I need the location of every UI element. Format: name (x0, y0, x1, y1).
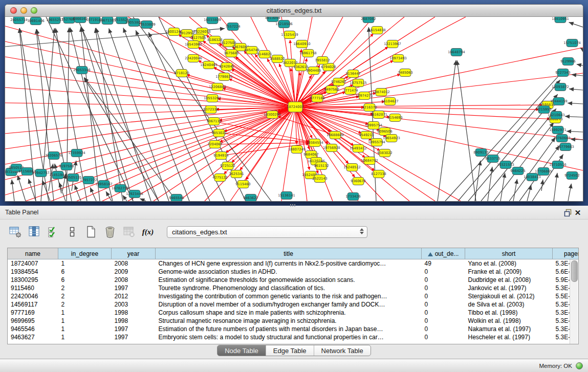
table-row[interactable]: 2242004622012Investigating the contribut… (8, 292, 579, 300)
graph-node[interactable]: 8813054 (265, 17, 280, 22)
graph-node[interactable]: 9360672 (351, 178, 365, 185)
graph-node[interactable]: 16033809 (204, 17, 221, 24)
graph-edge[interactable] (51, 107, 295, 201)
citation-graph[interactable]: 1872400716001245891295413226058912750516… (5, 17, 583, 202)
function-icon[interactable]: f(x) (141, 225, 155, 239)
graph-edge[interactable] (214, 121, 309, 142)
graph-edge[interactable] (554, 173, 559, 201)
graph-node[interactable]: 3216370 (362, 104, 377, 112)
graph-node[interactable]: 3675685 (224, 50, 238, 57)
close-panel-icon[interactable]: ✕ (573, 208, 583, 217)
graph-edge[interactable] (5, 26, 295, 107)
graph-edge[interactable] (5, 107, 295, 118)
graph-node[interactable]: 15751074 (563, 39, 581, 47)
table-row[interactable]: 977716911998Corpus callosum shape and si… (8, 309, 579, 317)
graph-node[interactable]: 24055714 (10, 17, 28, 24)
graph-node[interactable]: 9227343 (555, 69, 570, 77)
graph-node[interactable]: 10779663 (557, 143, 574, 151)
graph-node[interactable]: 9724502 (564, 172, 579, 180)
graph-edge[interactable] (569, 87, 583, 91)
graph-node[interactable]: 8909137 (473, 149, 488, 157)
graph-edge[interactable] (568, 184, 573, 201)
graph-edge[interactable] (580, 48, 583, 52)
graph-node[interactable]: 9853022 (211, 129, 226, 137)
graph-edge[interactable] (567, 129, 583, 134)
graph-edge[interactable] (445, 69, 565, 201)
graph-node[interactable]: 12206848 (209, 83, 226, 91)
column-header-year[interactable]: year (112, 248, 156, 259)
graph-node[interactable]: 9777169 (310, 95, 324, 102)
column-header-pagerank[interactable]: pagerank (553, 248, 579, 259)
scrollbar-thumb[interactable] (571, 260, 578, 282)
graph-node[interactable]: 16104627 (381, 98, 399, 105)
graph-edge[interactable] (74, 185, 81, 201)
graph-node[interactable]: 16648794 (448, 49, 465, 56)
graph-node[interactable]: 9115460 (235, 181, 250, 188)
graph-node[interactable]: 9242845 (219, 63, 234, 71)
column-header-title[interactable]: title (156, 248, 422, 259)
row-height-icon[interactable] (65, 225, 79, 239)
graph-node[interactable]: 19756928 (323, 144, 340, 152)
column-header-in_degree[interactable]: in_degree (58, 248, 112, 259)
graph-node[interactable]: 12093872 (552, 83, 569, 91)
graph-edge[interactable] (223, 87, 295, 107)
panel-resize-grip[interactable] (290, 204, 296, 207)
graph-edge[interactable] (568, 101, 583, 105)
graph-hub-node[interactable]: 18724007 (287, 102, 304, 112)
graph-node[interactable]: 10760663 (553, 135, 571, 142)
graph-node[interactable]: 8215953 (536, 106, 551, 114)
graph-node[interactable]: 30691406 (27, 17, 45, 25)
graph-node[interactable]: 9463627 (243, 194, 258, 202)
graph-edge[interactable] (540, 180, 545, 191)
window-zoom-button[interactable] (31, 7, 37, 14)
graph-node[interactable]: 3067133 (206, 118, 221, 125)
graph-edge[interactable] (133, 17, 271, 201)
graph-edge[interactable] (256, 107, 295, 201)
graph-edge[interactable] (108, 29, 169, 201)
graph-edge[interactable] (295, 48, 583, 107)
graph-node[interactable]: 12213967 (384, 40, 401, 48)
float-panel-icon[interactable] (562, 208, 573, 217)
graph-node[interactable]: 9194914 (213, 152, 228, 160)
graph-edge[interactable] (455, 60, 476, 201)
graph-node[interactable]: 1615132 (314, 162, 329, 170)
graph-node[interactable]: 7485063 (398, 69, 412, 77)
graph-node[interactable]: 15218506 (275, 20, 293, 28)
column-header-name[interactable]: name (8, 248, 58, 259)
graph-node[interactable]: 16782759 (112, 185, 129, 192)
tab-node-table[interactable]: Node Table (217, 345, 266, 356)
table-row[interactable]: 969969511998Structural magnetic resonanc… (8, 317, 579, 325)
graph-edge[interactable] (565, 115, 583, 119)
graph-node[interactable]: 9725122 (220, 162, 235, 170)
network-canvas[interactable]: 1872400716001245891295413226058912750516… (5, 17, 583, 202)
graph-node[interactable]: 15136141 (278, 192, 295, 200)
graph-edge[interactable] (438, 60, 458, 201)
table-row[interactable]: 1456911722003Disruption of a novel membe… (8, 300, 579, 309)
graph-edge[interactable] (458, 80, 560, 201)
graph-node[interactable]: 9197588 (59, 163, 74, 170)
graph-edge[interactable] (295, 103, 542, 107)
window-minimize-button[interactable] (20, 7, 27, 14)
graph-edge[interactable] (295, 49, 302, 107)
graph-node[interactable]: 4275122 (212, 174, 227, 182)
new-file-icon[interactable] (84, 225, 98, 239)
graph-node[interactable]: 7204067 (207, 141, 222, 148)
graph-node[interactable]: 18807249 (288, 146, 306, 154)
graph-node[interactable]: 16154838 (368, 27, 386, 34)
table-source-select[interactable]: citations_edges.txt (167, 226, 367, 238)
graph-edge[interactable] (527, 185, 532, 201)
graph-edge[interactable] (10, 180, 14, 201)
graph-node[interactable]: 10874012 (373, 89, 390, 96)
graph-node[interactable]: 9464225 (510, 167, 525, 175)
tab-network-table[interactable]: Network Table (314, 345, 371, 356)
graph-edge[interactable] (571, 138, 583, 142)
graph-node[interactable]: 8186328 (207, 36, 222, 44)
graph-node[interactable]: 2522143 (312, 175, 327, 183)
graph-node[interactable]: 9746267 (331, 78, 346, 86)
graph-node[interactable]: 9154693 (387, 114, 402, 122)
tab-edge-table[interactable]: Edge Table (266, 345, 314, 356)
table-row[interactable]: 946362711997Embryonic stem cells: a mode… (8, 333, 579, 341)
column-header-short[interactable]: short (465, 248, 553, 259)
graph-node[interactable]: 15992971 (549, 126, 567, 134)
select-rows-icon[interactable] (46, 225, 60, 239)
